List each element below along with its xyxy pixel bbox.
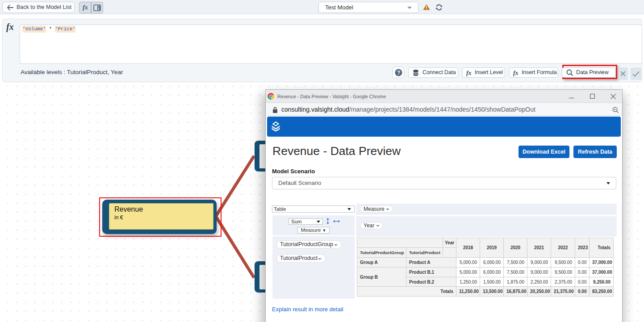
svg-text:?: ?	[397, 70, 400, 76]
